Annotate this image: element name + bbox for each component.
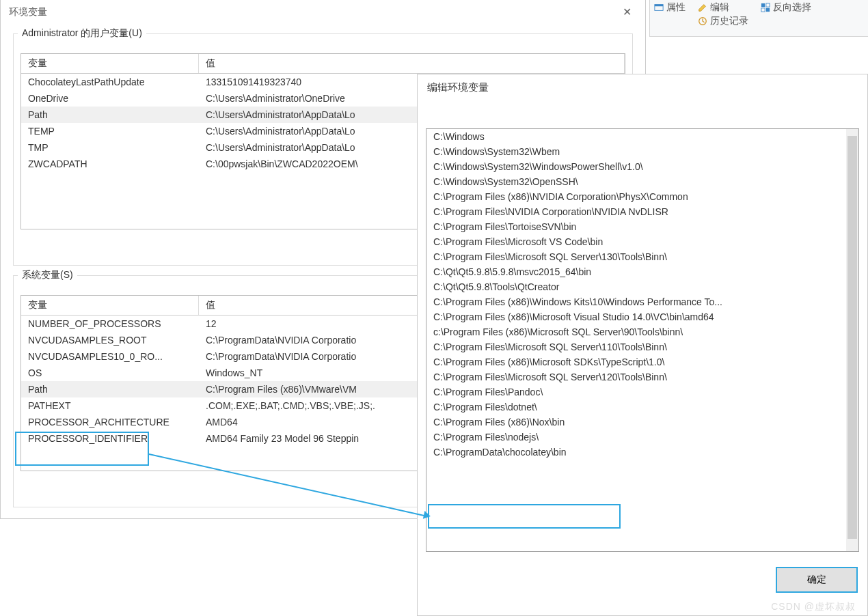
sys-section-label: 系统变量(S): [18, 269, 77, 281]
path-item[interactable]: C:\Program Files (x86)\Nox\bin: [426, 415, 846, 430]
cell-var: Path: [21, 107, 199, 123]
ribbon-reverse-select[interactable]: 反向选择: [761, 1, 811, 14]
path-item[interactable]: C:\Program Files\TortoiseSVN\bin: [426, 219, 846, 234]
path-item[interactable]: C:\Program Files (x86)\Microsoft SDKs\Ty…: [426, 354, 846, 369]
cell-var: TEMP: [21, 123, 199, 139]
cell-var: OneDrive: [21, 90, 199, 107]
path-item[interactable]: C:\Windows\System32\OpenSSH\: [426, 174, 846, 189]
cell-var: PROCESSOR_ARCHITECTURE: [21, 414, 199, 430]
cell-var: PATHEXT: [21, 397, 199, 414]
cell-var: PROCESSOR_IDENTIFIER: [21, 430, 199, 447]
scrollbar-thumb[interactable]: [847, 136, 857, 539]
ribbon-history-label: 历史记录: [710, 15, 748, 27]
path-item[interactable]: C:\Windows\System32\WindowsPowerShell\v1…: [426, 159, 846, 174]
path-item[interactable]: C:\ProgramData\chocolatey\bin: [426, 445, 846, 460]
ribbon-properties-label: 属性: [666, 1, 686, 14]
path-item[interactable]: C:\Windows: [426, 129, 846, 144]
cell-var: NVCUDASAMPLES_ROOT: [21, 332, 199, 348]
edit-icon: [698, 3, 707, 12]
select-icon: [761, 3, 770, 12]
cell-var: NVCUDASAMPLES10_0_RO...: [21, 348, 199, 365]
table-header: 变量 值: [21, 54, 625, 74]
dialog-title-bar: 环境变量 ✕: [1, 0, 645, 24]
ribbon-reverse-select-label: 反向选择: [773, 1, 811, 14]
properties-icon: [654, 3, 664, 12]
path-item[interactable]: C:\Program Files\NVIDIA Corporation\NVID…: [426, 204, 846, 219]
cell-var: Path: [21, 381, 199, 397]
col-header-var[interactable]: 变量: [21, 296, 199, 315]
close-icon[interactable]: ✕: [617, 4, 637, 20]
path-item[interactable]: C:\Program Files\Microsoft VS Code\bin: [426, 234, 846, 249]
scrollbar-track[interactable]: [846, 129, 858, 551]
col-header-val[interactable]: 值: [199, 54, 625, 73]
cell-var: NUMBER_OF_PROCESSORS: [21, 316, 199, 332]
path-item[interactable]: c:\Program Files (x86)\Microsoft SQL Ser…: [426, 324, 846, 339]
path-item[interactable]: C:\Program Files\Microsoft SQL Server\11…: [426, 339, 846, 354]
col-header-var[interactable]: 变量: [21, 54, 199, 73]
cell-var: OS: [21, 365, 199, 381]
path-listbox[interactable]: C:\WindowsC:\Windows\System32\WbemC:\Win…: [426, 128, 859, 552]
ribbon-history[interactable]: 历史记录: [698, 15, 748, 27]
ribbon-properties[interactable]: 属性: [654, 1, 686, 14]
ribbon-fragment: 属性 编辑 历史记录 反向选择: [649, 0, 868, 37]
path-item[interactable]: C:\Qt\Qt5.9.8\Tools\QtCreator: [426, 279, 846, 294]
cell-var: ZWCADPATH: [21, 156, 199, 172]
watermark: CSDN @虚坏叔叔: [771, 601, 856, 613]
ribbon-edit-label: 编辑: [710, 1, 729, 14]
path-item[interactable]: C:\Program Files\Microsoft SQL Server\12…: [426, 369, 846, 384]
cell-var: TMP: [21, 139, 199, 156]
dialog-title: 环境变量: [9, 6, 47, 18]
path-item[interactable]: C:\Program Files (x86)\Windows Kits\10\W…: [426, 294, 846, 309]
path-item[interactable]: C:\Program Files\nodejs\: [426, 430, 846, 445]
edit-path-dialog: 编辑环境变量 C:\WindowsC:\Windows\System32\Wbe…: [417, 74, 868, 616]
edit-dialog-title: 编辑环境变量: [418, 74, 867, 101]
path-item[interactable]: C:\Qt\Qt5.9.8\5.9.8\msvc2015_64\bin: [426, 264, 846, 279]
svg-rect-4: [766, 3, 770, 7]
ribbon-edit[interactable]: 编辑: [698, 1, 748, 14]
svg-rect-5: [761, 8, 765, 12]
path-item[interactable]: C:\Program Files\Pandoc\: [426, 384, 846, 400]
ok-button[interactable]: 确定: [776, 567, 858, 593]
path-item[interactable]: C:\Program Files\Microsoft SQL Server\13…: [426, 249, 846, 264]
path-item[interactable]: C:\Program Files (x86)\NVIDIA Corporatio…: [426, 189, 846, 204]
svg-rect-6: [766, 8, 770, 12]
cell-var: ChocolateyLastPathUpdate: [21, 74, 199, 90]
path-item[interactable]: C:\Program Files (x86)\Microsoft Visual …: [426, 309, 846, 324]
user-section-label: Administrator 的用户变量(U): [18, 27, 146, 40]
svg-rect-3: [761, 3, 765, 7]
path-item[interactable]: C:\Windows\System32\Wbem: [426, 144, 846, 159]
svg-rect-1: [655, 5, 663, 7]
path-item[interactable]: C:\Program Files\dotnet\: [426, 400, 846, 415]
history-icon: [698, 16, 707, 26]
